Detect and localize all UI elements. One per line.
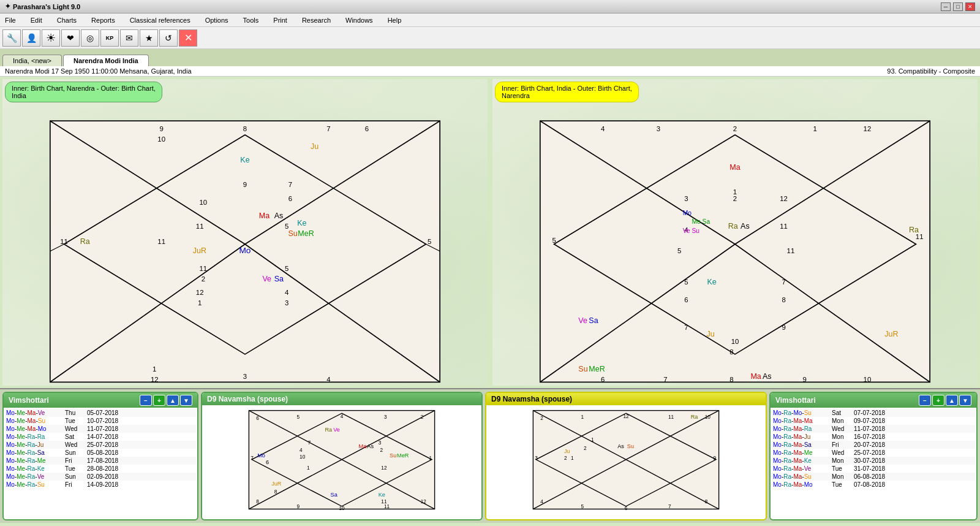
toolbar-heart[interactable]: ❤ — [61, 29, 80, 47]
svg-text:11: 11 — [780, 223, 788, 230]
vimshottari-up-2[interactable]: ▲ — [946, 395, 958, 406]
info-bar: Narendra Modi 17 Sep 1950 11:00:00 Mehsa… — [0, 66, 980, 77]
svg-text:Ju: Ju — [564, 448, 570, 454]
vimshottari-title-2: Vimshottari — [775, 396, 816, 405]
close-button[interactable]: ✕ — [965, 2, 975, 11]
svg-text:8: 8 — [782, 296, 785, 303]
menu-windows[interactable]: Windows — [343, 15, 375, 25]
svg-text:5: 5 — [684, 278, 688, 286]
vimshottari-title-1: Vimshottari — [9, 396, 49, 405]
toolbar-circle[interactable]: ◎ — [81, 29, 99, 47]
navamsha-svg-2: 1 12 11 10 9 8 7 6 5 4 3 2 Ra 1 2 — [489, 408, 763, 512]
menu-tools[interactable]: Tools — [241, 15, 262, 25]
svg-text:8: 8 — [274, 489, 277, 495]
svg-text:1: 1 — [813, 125, 817, 132]
svg-text:Ma: Ma — [729, 163, 740, 172]
svg-text:11: 11 — [787, 247, 795, 254]
left-chart-container: Inner: Birth Chart, Narendra - Outer: Bi… — [2, 79, 488, 386]
menu-file[interactable]: File — [2, 15, 18, 25]
toolbar-kp[interactable]: KP — [100, 29, 119, 47]
menu-charts[interactable]: Charts — [55, 15, 79, 25]
svg-text:7: 7 — [326, 125, 330, 132]
vimshottari-down-2[interactable]: ▼ — [959, 395, 971, 406]
svg-text:JuR: JuR — [193, 246, 206, 255]
menu-classical-references[interactable]: Classical references — [127, 15, 193, 25]
minimize-button[interactable]: ─ — [941, 2, 951, 11]
svg-text:12: 12 — [151, 376, 159, 383]
svg-text:11: 11 — [196, 223, 204, 230]
menu-help[interactable]: Help — [385, 15, 404, 25]
svg-text:2: 2 — [564, 455, 567, 461]
menu-print[interactable]: Print — [271, 15, 290, 25]
svg-text:9: 9 — [243, 181, 247, 188]
svg-text:5: 5 — [677, 247, 681, 254]
svg-text:Ma: Ma — [750, 372, 761, 381]
list-item: Mo-Ra-Ma-Ma Mon 09-07-2018 — [772, 417, 975, 425]
svg-text:Ra: Ra — [728, 222, 738, 231]
toolbar-mail[interactable]: ✉ — [120, 29, 138, 47]
svg-text:9: 9 — [802, 376, 806, 383]
chart-info-left: Narendra Modi 17 Sep 1950 11:00:00 Mehsa… — [5, 67, 192, 75]
vimshottari-up-1[interactable]: ▲ — [167, 395, 179, 406]
toolbar-sun[interactable]: ☀ — [42, 29, 60, 47]
svg-text:9: 9 — [782, 324, 785, 331]
toolbar-refresh[interactable]: ↺ — [159, 29, 178, 47]
vimshottari-controls-2: − + ▲ ▼ — [919, 395, 971, 406]
svg-text:Sa: Sa — [274, 275, 284, 283]
title-bar-controls: ─ □ ✕ — [941, 2, 975, 11]
toolbar-settings[interactable]: 🔧 — [2, 29, 21, 47]
list-item: Mo-Me-Ra-Ra Sat 14-07-2018 — [5, 433, 196, 441]
svg-text:3: 3 — [379, 440, 382, 446]
svg-text:1: 1 — [198, 299, 202, 307]
chart-info-right: 93. Compatibility - Composite — [887, 67, 975, 75]
maximize-button[interactable]: □ — [953, 2, 963, 11]
menu-edit[interactable]: Edit — [28, 15, 45, 25]
tab-india[interactable]: India, <new> — [2, 55, 62, 66]
toolbar-person[interactable]: 👤 — [22, 29, 40, 47]
svg-text:Ma: Ma — [359, 443, 368, 449]
tab-narendra-modi[interactable]: Narendra Modi India — [63, 55, 149, 66]
menu-options[interactable]: Options — [203, 15, 231, 25]
svg-text:Ke: Ke — [240, 156, 249, 164]
list-item: Mo-Me-Ra-Ve Sun 02-09-2018 — [5, 473, 196, 481]
svg-text:Su: Su — [288, 229, 297, 238]
title-bar-left: ✦ Parashara's Light 9.0 — [5, 2, 80, 10]
svg-text:12: 12 — [780, 195, 788, 202]
right-chart-container: Inner: Birth Chart, India - Outer: Birth… — [492, 79, 978, 386]
svg-text:9: 9 — [159, 125, 163, 132]
svg-text:Ve: Ve — [578, 316, 587, 325]
svg-text:Mo: Mo — [257, 452, 265, 459]
toolbar-star[interactable]: ★ — [140, 29, 158, 47]
svg-text:4: 4 — [300, 448, 303, 453]
list-item: Mo-Ra-Ma-Me Wed 25-07-2018 — [772, 449, 975, 457]
menu-research[interactable]: Research — [300, 15, 333, 25]
vimshottari-minus-2[interactable]: − — [919, 395, 931, 406]
vimshottari-minus-1[interactable]: − — [140, 395, 152, 406]
svg-text:5: 5 — [581, 504, 584, 509]
svg-text:2: 2 — [421, 414, 424, 420]
left-chart-label: Inner: Birth Chart, Narendra - Outer: Bi… — [5, 82, 162, 102]
vimshottari-plus-1[interactable]: + — [153, 395, 165, 406]
navamsha-chart-1: 5 4 3 2 1 12 11 10 9 8 7 6 Ra Ve — [202, 405, 481, 514]
navamsha-svg-1: 5 4 3 2 1 12 11 10 9 8 7 6 Ra Ve — [205, 408, 479, 512]
svg-text:As: As — [741, 222, 750, 231]
vimshottari-controls-1: − + ▲ ▼ — [140, 395, 192, 406]
right-chart-svg: 3 2 1 12 11 10 9 8 7 6 5 4 1 12 2 3 4 5 … — [492, 79, 978, 386]
navamsha-chart-2: 1 12 11 10 9 8 7 6 5 4 3 2 Ra 1 2 — [486, 405, 766, 514]
bottom-area: Vimshottari − + ▲ ▼ Mo-Me-Ma-Ve Thu 05-0… — [0, 388, 980, 523]
svg-text:Ke: Ke — [297, 219, 306, 227]
vimshottari-plus-2[interactable]: + — [932, 395, 944, 406]
menu-reports[interactable]: Reports — [89, 15, 118, 25]
svg-text:8: 8 — [729, 348, 733, 356]
app-title: Parashara's Light 9.0 — [13, 3, 80, 10]
navamsha-title-1: D9 Navamsha (spouse) — [207, 395, 288, 403]
svg-text:Ra: Ra — [325, 427, 333, 433]
svg-text:12: 12 — [623, 414, 629, 419]
vimshottari-down-1[interactable]: ▼ — [180, 395, 192, 406]
svg-text:Ve Su: Ve Su — [683, 227, 699, 234]
vimshottari-header-1: Vimshottari − + ▲ ▼ — [4, 393, 197, 408]
list-item: Mo-Ra-Ma-Ve Tue 31-07-2018 — [772, 465, 975, 473]
navamsha-panel-2: D9 Navamsha (spouse) 1 12 11 — [485, 392, 767, 520]
toolbar-close[interactable]: ✕ — [179, 29, 197, 47]
svg-text:1: 1 — [581, 414, 584, 420]
